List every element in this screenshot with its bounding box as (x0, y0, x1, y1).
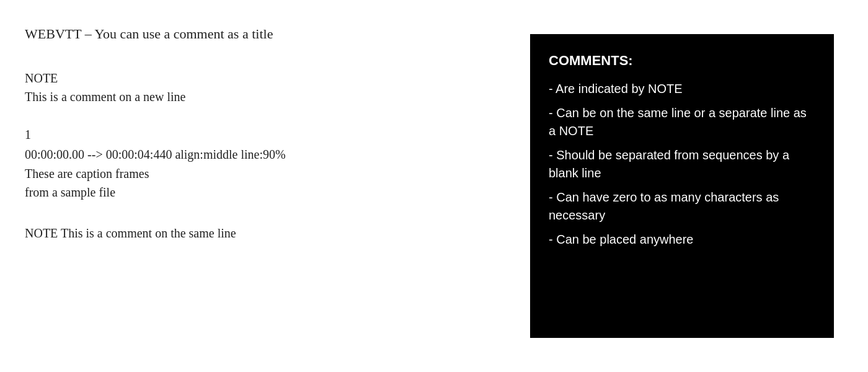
comment-item-1: - Are indicated by NOTE (549, 80, 815, 98)
note-keyword: NOTE (25, 69, 505, 87)
comment-item-3: - Should be separated from sequences by … (549, 146, 815, 182)
inline-note: NOTE This is a comment on the same line (25, 226, 505, 241)
sequence-timecode: 00:00:00.00 --> 00:00:04:440 align:middl… (25, 144, 505, 164)
sequence-number: 1 (25, 125, 505, 144)
comment-item-4: - Can have zero to as many characters as… (549, 188, 815, 224)
sequence-block: 1 00:00:00.00 --> 00:00:04:440 align:mid… (25, 125, 505, 202)
comment-item-5: - Can be placed anywhere (549, 231, 815, 249)
comments-title: COMMENTS: (549, 53, 815, 69)
webvtt-title: WEBVTT – You can use a comment as a titl… (25, 25, 505, 44)
note-block: NOTE This is a comment on a new line (25, 69, 505, 106)
sequence-caption-line1: These are caption frames (25, 164, 505, 183)
note-text: This is a comment on a new line (25, 87, 505, 106)
sequence-caption-line2: from a sample file (25, 183, 505, 202)
right-panel: COMMENTS: - Are indicated by NOTE - Can … (530, 34, 834, 338)
left-panel: WEBVTT – You can use a comment as a titl… (0, 0, 530, 372)
comment-item-2: - Can be on the same line or a separate … (549, 104, 815, 140)
